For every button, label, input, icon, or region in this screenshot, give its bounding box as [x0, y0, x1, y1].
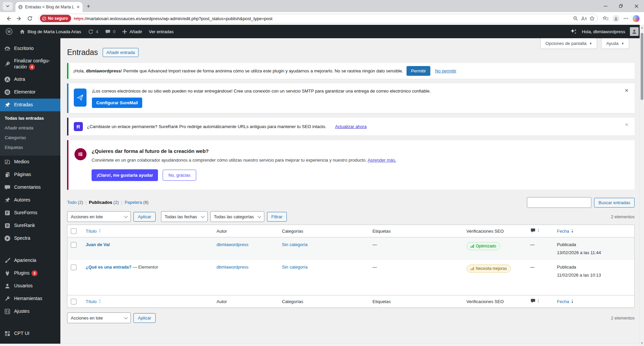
- post-author-link[interactable]: dbmlawordpress: [217, 242, 249, 247]
- sidebar-item-surerank[interactable]: R SureRank: [0, 219, 60, 232]
- sidebar-item-plugins[interactable]: Plugins3: [0, 267, 60, 280]
- updates-menu[interactable]: 4: [88, 29, 98, 35]
- submenu-etiquetas[interactable]: Etiquetas: [0, 142, 60, 152]
- tab-close-icon[interactable]: ✕: [76, 5, 80, 9]
- sidebar-item-usuarios[interactable]: Usuarios: [0, 280, 60, 292]
- back-button[interactable]: [3, 13, 13, 23]
- new-tab-button[interactable]: +: [87, 3, 90, 9]
- apply-bulk-button[interactable]: Aplicar: [133, 212, 156, 222]
- favorites-bar-icon[interactable]: [601, 14, 610, 23]
- dates-filter-select[interactable]: Todas las fechas: [161, 211, 208, 222]
- post-category-link[interactable]: Sin categoría: [282, 242, 308, 247]
- help-button[interactable]: Ayuda▼: [601, 38, 629, 49]
- read-aloud-icon[interactable]: [581, 16, 587, 21]
- comments-menu[interactable]: 0: [105, 29, 115, 35]
- elementor-accept-button[interactable]: ¡Claro!, me gustaría ayudar: [92, 169, 158, 181]
- sidebar-item-autores[interactable]: Autores: [0, 194, 60, 207]
- search-posts-input[interactable]: [527, 197, 591, 208]
- window-close-button[interactable]: [629, 0, 644, 12]
- add-new-post-button[interactable]: Añadir entrada: [103, 48, 139, 57]
- sort-comments-header[interactable]: ▲▼: [530, 228, 540, 233]
- sparkles-icon[interactable]: [570, 28, 577, 35]
- browser-profile-avatar[interactable]: [611, 14, 621, 23]
- categories-filter-select[interactable]: Todas las categorías: [210, 211, 264, 222]
- sidebar-item-elementor[interactable]: Elementor: [0, 86, 60, 99]
- submenu-todas-las-entradas[interactable]: Todas las entradas: [0, 113, 60, 123]
- row-checkbox[interactable]: [71, 265, 76, 270]
- tab-search-button[interactable]: [3, 2, 13, 10]
- row-checkbox[interactable]: [71, 242, 76, 248]
- configure-suremail-button[interactable]: Configurar SureMail: [92, 98, 142, 108]
- view-posts-link[interactable]: Ver entradas: [149, 29, 174, 34]
- sidebar-item-apariencia[interactable]: Apariencia: [0, 254, 60, 267]
- sidebar-item-cpt-ui[interactable]: CPT UI: [0, 327, 60, 340]
- address-bar[interactable]: No seguro https://martalosari.ieslossauc…: [38, 14, 598, 23]
- allow-tracking-button[interactable]: Permitir: [407, 66, 430, 76]
- site-name-menu[interactable]: Blog de Marta Losada Arias: [19, 29, 81, 35]
- sidebar-item-finalizar-configuracion[interactable]: Finalizar configu- ración4: [0, 55, 60, 73]
- post-category-link[interactable]: Sin categoría: [282, 265, 308, 270]
- submenu-anadir-entrada[interactable]: Añadir entrada: [0, 123, 60, 133]
- window-minimize-button[interactable]: [598, 0, 613, 12]
- forward-button[interactable]: [14, 13, 24, 23]
- sidebar-item-entradas[interactable]: Entradas: [0, 99, 60, 111]
- select-all-checkbox[interactable]: [71, 228, 76, 234]
- horizontal-scrollbar[interactable]: [0, 344, 640, 346]
- scrollbar-thumb[interactable]: [641, 33, 643, 100]
- post-title-link[interactable]: Juan de Val: [86, 242, 110, 247]
- sort-arrows-icon: ▲▼: [571, 299, 574, 303]
- sort-date-header[interactable]: Fecha▲▼: [557, 229, 574, 234]
- select-all-checkbox[interactable]: [71, 299, 76, 304]
- learn-more-link[interactable]: Aprender más.: [368, 158, 396, 163]
- post-author-link[interactable]: dbmlawordpress: [217, 265, 249, 270]
- search-posts-button[interactable]: Buscar entradas: [594, 198, 635, 208]
- screen-options-button[interactable]: Opciones de pantalla▼: [540, 38, 597, 49]
- apply-bulk-button-bottom[interactable]: Aplicar: [133, 313, 156, 323]
- close-icon[interactable]: ✕: [625, 122, 629, 127]
- filter-all-link[interactable]: Todo: [67, 200, 76, 205]
- suremail-notice: ¡Los correos electrónicos de su sitio we…: [67, 83, 635, 113]
- wp-logo-menu[interactable]: W: [5, 28, 13, 35]
- avatar[interactable]: [630, 27, 639, 36]
- sidebar-item-spectra[interactable]: Spectra: [0, 232, 60, 245]
- howdy-greeting[interactable]: Hola, dbmlawordpress: [582, 29, 625, 34]
- sidebar-item-ajustes[interactable]: Ajustes: [0, 305, 60, 318]
- filter-trash-link[interactable]: Papelera: [124, 200, 142, 205]
- items-count: 2 elementos: [611, 214, 635, 219]
- close-icon[interactable]: ✕: [625, 88, 629, 93]
- security-badge[interactable]: No seguro: [40, 15, 71, 22]
- scroll-up-arrow[interactable]: ▲: [640, 26, 644, 29]
- astra-icon: [4, 76, 11, 83]
- sort-comments-footer[interactable]: ▲▼: [530, 298, 540, 303]
- submenu-categorias[interactable]: Categorías: [0, 133, 60, 142]
- sidebar-item-herramientas[interactable]: Herramientas: [0, 292, 60, 305]
- sidebar-item-sureforms[interactable]: SureForms: [0, 207, 60, 219]
- filter-button[interactable]: Filtrar: [267, 212, 287, 222]
- sort-title-header[interactable]: Título▲▼: [86, 229, 101, 234]
- filter-published-current[interactable]: Publicados: [89, 200, 112, 205]
- sort-date-footer[interactable]: Fecha▲▼: [557, 299, 574, 304]
- sidebar-item-astra[interactable]: Astra: [0, 73, 60, 86]
- scroll-down-arrow[interactable]: ▼: [640, 342, 644, 345]
- sidebar-item-escritorio[interactable]: Escritorio: [0, 42, 60, 55]
- elementor-decline-button[interactable]: No, gracias: [163, 170, 196, 181]
- refresh-button[interactable]: [25, 13, 35, 23]
- browser-tab[interactable]: Entradas < Blog de Marta Losada ✕: [15, 2, 83, 12]
- sort-title-footer[interactable]: Título▲▼: [86, 299, 101, 304]
- zoom-icon[interactable]: [573, 16, 578, 21]
- sidebar-item-paginas[interactable]: Páginas: [0, 168, 60, 181]
- post-title-link[interactable]: ¿Qué es una entrada?: [86, 265, 132, 270]
- vertical-scrollbar[interactable]: ▲ ▼: [640, 25, 644, 346]
- new-content-menu[interactable]: Añadir: [122, 29, 142, 34]
- browser-menu-icon[interactable]: [621, 14, 631, 23]
- tab-title: Entradas < Blog de Marta Losada: [25, 5, 74, 9]
- bulk-actions-select-bottom[interactable]: Acciones en lote: [67, 312, 131, 323]
- sidebar-item-comentarios[interactable]: Comentarios: [0, 181, 60, 194]
- deny-tracking-link[interactable]: No permitir: [435, 68, 457, 73]
- favorite-star-icon[interactable]: [589, 16, 595, 21]
- bulk-actions-select[interactable]: Acciones en lote: [67, 211, 131, 222]
- update-now-link[interactable]: Actualizar ahora: [335, 124, 367, 129]
- window-restore-button[interactable]: [613, 0, 629, 12]
- copilot-icon[interactable]: [631, 14, 641, 23]
- sidebar-item-medios[interactable]: Medios: [0, 156, 60, 168]
